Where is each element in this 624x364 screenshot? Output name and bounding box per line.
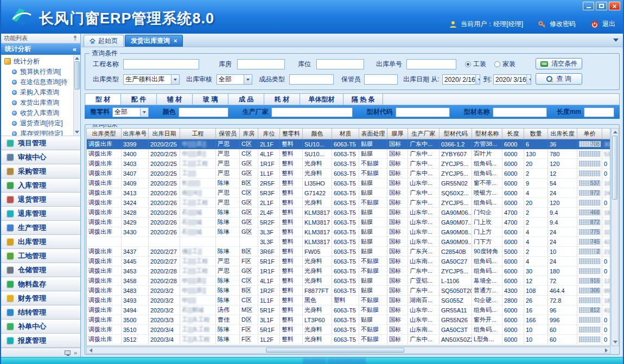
column-header[interactable]: 库房 [240, 129, 258, 139]
tab-close-icon[interactable] [174, 38, 177, 44]
minimize-button[interactable] [583, 2, 594, 10]
order-no-input[interactable] [406, 59, 456, 69]
column-header[interactable]: 生产厂家 [408, 129, 440, 139]
column-header[interactable]: 型材名称 [472, 129, 502, 139]
column-header[interactable]: 数量 [524, 129, 548, 139]
column-header[interactable]: 整零料 [280, 129, 303, 139]
scroll-down-icon[interactable] [74, 130, 80, 135]
column-header[interactable]: 单价 [577, 129, 602, 139]
material-tab[interactable]: 单体型材 [300, 93, 343, 105]
column-header[interactable]: 材质 [332, 129, 359, 139]
table-row[interactable]: 调拨出库 3409 2020/2/25 长▒▒▒ 陈琳 B区 2R5F 整料 L… [87, 178, 610, 188]
color-input[interactable] [179, 107, 228, 117]
grid-vertical-scrollbar[interactable] [611, 128, 619, 346]
table-row[interactable]: 调拨出库 3407 2020/2/25 工▒▒ 严思 G区 1L1F 整料 光身… [87, 169, 610, 178]
keeper-input[interactable] [364, 74, 398, 85]
column-header[interactable]: 膜厚 [387, 129, 408, 139]
logout-link[interactable]: 退出 [602, 20, 615, 29]
tree-scroll-thumb[interactable] [74, 61, 80, 90]
column-header[interactable]: 长度 [502, 129, 524, 139]
tree-item[interactable]: 在途信息查询[待 [4, 77, 73, 87]
change-password-link[interactable]: 修改密码 [550, 20, 576, 29]
table-row[interactable]: 调拨出库 3453 2020/2/28 工▒▒工程 严思 G区 1R1F 整料 … [87, 266, 610, 276]
location-input[interactable] [316, 59, 364, 69]
table-row[interactable]: 调拨出库 3500 2020/3/3 工▒共工程 曹佳 D区 3L1F 整料 L… [87, 315, 610, 325]
column-header[interactable]: 金 [602, 129, 610, 139]
column-header[interactable]: 出库长度 [548, 129, 577, 139]
table-row[interactable]: 调拨出库 3429 2020/2/26 石▒▒城 陈琳 G区 5R2F 整料 K… [87, 218, 610, 227]
horizontal-scroll-thumb[interactable] [266, 348, 404, 353]
collapse-icon[interactable]: « [73, 45, 77, 53]
table-row[interactable]: 调拨出库 3483 2020/3/2 华▒▒原▒ 陈琳 B区 1R2F 整料 F… [87, 286, 610, 296]
table-row[interactable]: 调拨出库 3424 2020/2/26 工▒▒工程 严思 G区 2L1F 整料 … [87, 198, 610, 208]
sidebar-module[interactable]: 审核中心 [1, 150, 80, 164]
sidebar-module[interactable]: 仓储管理 [1, 263, 80, 277]
out-type-select[interactable]: 生产领料出库 [123, 74, 180, 85]
sidebar-module[interactable]: 工地管理 [1, 249, 80, 263]
monitor-icon[interactable] [65, 350, 71, 355]
sidebar-module[interactable]: 采购管理 [1, 164, 80, 178]
tree-root-statistics[interactable]: 统计分析 [4, 56, 73, 67]
date-from-picker[interactable]: 2020/ 2/16 [442, 74, 480, 85]
expand-chevrons-icon[interactable]: » [74, 349, 77, 356]
sidebar-module[interactable]: 项目管理 [1, 136, 80, 150]
sidebar-module[interactable]: 结转管理 [1, 305, 80, 320]
date-to-picker[interactable]: 2020/ 3/16 [493, 74, 531, 85]
tree-item[interactable]: 发货出库查询 [4, 98, 73, 108]
profile-code-input[interactable] [396, 107, 450, 117]
project-name-input[interactable] [123, 59, 199, 69]
table-row[interactable]: 调拨出库 3428 2020/2/26 石▒▒城 陈琳 G区 2L4F 整料 K… [87, 208, 610, 218]
column-header[interactable]: 库位 [258, 129, 280, 139]
sidebar-module[interactable]: 退库管理 [1, 207, 80, 221]
clear-conditions-button[interactable]: 清空条件 [536, 58, 582, 69]
maker-input[interactable] [271, 107, 353, 117]
tree-item[interactable]: 退货查询[待定] [4, 118, 73, 129]
sidebar-module[interactable]: 补单中心 [1, 320, 80, 334]
column-header[interactable]: 工程 [180, 129, 216, 139]
material-tab[interactable]: 配 件 [120, 93, 156, 105]
radio-option[interactable]: 家装 [494, 59, 515, 69]
table-row[interactable]: 3L3F 整料 KLM3817 6063-T5 贴膜 国标 山东华... GA9… [87, 237, 610, 247]
sidebar-module[interactable]: 财务管理 [1, 291, 80, 305]
table-row[interactable]: 调拨出库 3458 2020/2/28 华▒▒原▒ 陈琳 C区 4L1F 整料 … [87, 276, 610, 286]
scroll-left-icon[interactable] [87, 348, 93, 353]
table-row[interactable]: 调拨出库 3400 2020/2/25 华▒▒原▒ 严思 C区 4L1F 整料 … [87, 149, 610, 159]
audit-select[interactable]: 全部 [217, 74, 252, 85]
table-row[interactable]: 调拨出库 3403 2020/2/25 工▒▒工程 严思 G区 1R1F 整料 … [87, 159, 610, 169]
table-row[interactable]: 调拨出库 3437 2020/2/27 佛▒工▒ 陈琳 B区 3R6F 整料 F… [87, 247, 610, 257]
close-button[interactable]: × [609, 2, 620, 10]
table-row[interactable]: 调拨出库 3399 2020/2/25 华▒▒原▒ 严思 C区 2L1F 整料 … [87, 139, 610, 149]
scroll-right-icon[interactable] [603, 348, 609, 353]
tree-item[interactable]: 库存管理[待定] [4, 129, 73, 136]
sidebar-section-statistics[interactable]: 统计分析 « [1, 43, 80, 55]
scroll-up-icon[interactable] [74, 55, 80, 61]
column-header[interactable]: 出库类型 [87, 129, 122, 139]
vertical-scroll-thumb[interactable] [612, 136, 617, 200]
tree-item[interactable]: 预算执行查询[ [4, 67, 73, 77]
sidebar-module[interactable]: 入库管理 [1, 178, 80, 193]
warehouse-input[interactable] [237, 59, 285, 69]
material-tab[interactable]: 型 材 [85, 93, 120, 105]
search-button[interactable]: 查 询 [536, 73, 582, 85]
table-row[interactable]: 调拨出库 3493 2020/3/2 华▒▒ 陈琳 C区 1L1F 整料 黑色 … [87, 296, 610, 305]
document-tab[interactable]: 发货出库查询 [125, 35, 183, 47]
tab-overflow-caret-icon[interactable] [613, 39, 619, 44]
whole-part-select[interactable]: 全部 [112, 107, 149, 117]
column-header[interactable]: 保管员 [216, 129, 240, 139]
table-row[interactable]: 调拨出库 3413 2020/2/26 南▒河▒ 严思 C区 5R3F 整料 G… [87, 188, 610, 198]
material-tab[interactable]: 耗 材 [264, 93, 300, 105]
tree-item[interactable]: 收货入库查询 [4, 108, 73, 118]
pin-icon[interactable] [73, 35, 78, 42]
column-header[interactable]: 出库日期 [149, 129, 180, 139]
column-header[interactable]: 型材代码 [440, 129, 472, 139]
maximize-button[interactable] [596, 2, 607, 10]
radio-option[interactable]: 工装 [465, 59, 486, 69]
table-row[interactable]: 调拨出库 3512 2020/3/4 工▒共工程 陈琳 F区 1L2F 整料 光… [87, 335, 610, 344]
profile-name-input[interactable] [493, 107, 547, 117]
column-header[interactable]: 出库单号 [122, 129, 149, 139]
material-tab[interactable]: 玻 璃 [192, 93, 228, 105]
column-header[interactable]: 表面处理 [359, 129, 387, 139]
sidebar-module[interactable]: 退货管理 [1, 193, 80, 207]
sidebar-module[interactable]: 物料盘存 [1, 277, 80, 291]
sidebar-module[interactable]: 出库管理 [1, 235, 80, 249]
